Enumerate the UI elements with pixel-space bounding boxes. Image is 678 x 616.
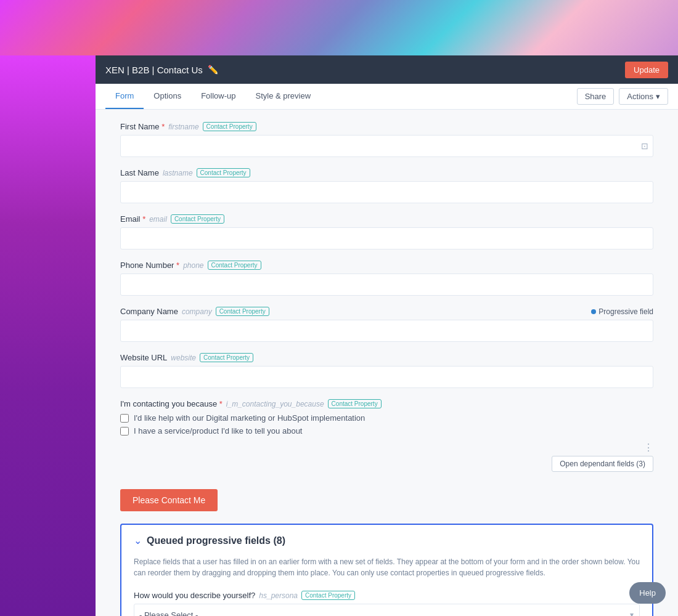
field-label-left-last-name: Last Name lastname Contact Property <box>120 168 250 177</box>
required-star-phone: * <box>176 261 179 270</box>
badge-company: Contact Property <box>216 307 269 316</box>
input-company[interactable] <box>120 320 653 342</box>
checkbox-item-1[interactable]: I'd like help with our Digital marketing… <box>120 413 653 423</box>
field-label-left-company: Company Name company Contact Property <box>120 307 269 316</box>
chevron-down-icon: ▾ <box>656 92 660 101</box>
help-button[interactable]: Help <box>629 582 666 604</box>
badge-phone: Contact Property <box>208 261 261 270</box>
dependant-fields-area: ⋮ <box>120 442 653 456</box>
badge-first-name: Contact Property <box>203 122 256 131</box>
hint-firstname: firstname <box>168 123 198 131</box>
checkbox-digital-marketing[interactable] <box>120 414 129 423</box>
page-title: XEN | B2B | Contact Us <box>105 65 203 75</box>
label-first-name: First Name * <box>120 122 165 131</box>
progressive-badge-company: Progressive field <box>591 307 653 316</box>
badge-contacting: Contact Property <box>328 399 382 408</box>
update-button[interactable]: Update <box>625 62 668 78</box>
label-email: Email * <box>120 214 145 224</box>
progressive-dot-icon <box>591 309 596 314</box>
field-label-row-email: Email * email Contact Property <box>120 214 653 224</box>
field-group-first-name: First Name * firstname Contact Property … <box>120 122 653 157</box>
submit-button[interactable]: Please Contact Me <box>120 489 218 511</box>
share-button[interactable]: Share <box>577 88 615 105</box>
input-first-name[interactable] <box>120 135 653 157</box>
checkbox-item-2[interactable]: I have a service/product I'd like to tel… <box>120 426 653 436</box>
queued-field-label-persona: How would you describe yourself? hs_pers… <box>134 591 640 600</box>
nav-tabs-right: Share Actions ▾ <box>577 88 668 105</box>
required-star: * <box>161 122 165 131</box>
field-group-phone: Phone Number * phone Contact Property <box>120 261 653 296</box>
queued-header[interactable]: ⌄ Queued progressive fields (8) <box>121 525 652 556</box>
field-label-row-last-name: Last Name lastname Contact Property <box>120 168 653 177</box>
input-last-name[interactable] <box>120 181 653 203</box>
label-website: Website URL <box>120 353 167 362</box>
actions-button[interactable]: Actions ▾ <box>619 88 668 105</box>
input-phone[interactable] <box>120 274 653 296</box>
nav-tabs: Form Options Follow-up Style & preview S… <box>96 84 678 110</box>
checkbox-label-1: I'd like help with our Digital marketing… <box>134 413 365 423</box>
chevron-right-icon: ⌄ <box>134 535 142 546</box>
form-content: First Name * firstname Contact Property … <box>96 110 678 616</box>
field-label-row-first-name: First Name * firstname Contact Property <box>120 122 653 131</box>
field-label-left-website: Website URL website Contact Property <box>120 353 253 362</box>
label-last-name: Last Name <box>120 168 159 177</box>
badge-last-name: Contact Property <box>197 168 250 177</box>
hint-contacting: i_m_contacting_you_because <box>226 400 324 408</box>
field-group-company: Company Name company Contact Property Pr… <box>120 307 653 342</box>
progressive-label-company: Progressive field <box>598 307 653 316</box>
label-persona: How would you describe yourself? <box>134 591 255 600</box>
queued-progressive-section: ⌄ Queued progressive fields (8) Replace … <box>120 524 653 616</box>
badge-persona: Contact Property <box>301 591 355 600</box>
label-phone: Phone Number * <box>120 261 179 270</box>
top-bar: XEN | B2B | Contact Us ✏️ Update <box>96 55 678 84</box>
input-email[interactable] <box>120 227 653 249</box>
hint-phone: phone <box>183 261 203 270</box>
queued-field-persona: How would you describe yourself? hs_pers… <box>121 586 652 616</box>
required-star-contacting: * <box>219 399 223 408</box>
tab-style-preview[interactable]: Style & preview <box>246 84 321 109</box>
field-label-row-website: Website URL website Contact Property <box>120 353 653 362</box>
tab-follow-up[interactable]: Follow-up <box>191 84 245 109</box>
checkbox-service-product[interactable] <box>120 427 129 436</box>
queued-title: Queued progressive fields (8) <box>147 535 285 546</box>
checkbox-label-2: I have a service/product I'd like to tel… <box>134 426 302 436</box>
hint-persona: hs_persona <box>259 591 298 600</box>
label-contacting: I'm contacting you because * <box>120 399 223 408</box>
top-bar-title-group: XEN | B2B | Contact Us ✏️ <box>105 65 218 75</box>
required-star-email: * <box>142 214 145 224</box>
field-label-left-contacting: I'm contacting you because * i_m_contact… <box>120 399 382 408</box>
open-dependant-fields-button[interactable]: Open dependant fields (3) <box>552 456 653 472</box>
field-label-row-contacting: I'm contacting you because * i_m_contact… <box>120 399 653 408</box>
left-background <box>0 55 96 616</box>
field-label-left-first-name: First Name * firstname Contact Property <box>120 122 256 131</box>
hint-email: email <box>149 215 167 224</box>
badge-website: Contact Property <box>200 353 253 362</box>
edit-icon[interactable]: ✏️ <box>208 65 218 75</box>
field-group-website: Website URL website Contact Property <box>120 353 653 388</box>
checkbox-group-contacting: I'd like help with our Digital marketing… <box>120 413 653 436</box>
main-wrapper: XEN | B2B | Contact Us ✏️ Update Form Op… <box>96 55 678 616</box>
select-persona[interactable]: - Please Select - <box>134 604 640 616</box>
field-label-row-phone: Phone Number * phone Contact Property <box>120 261 653 270</box>
tab-options[interactable]: Options <box>144 84 191 109</box>
field-label-left-phone: Phone Number * phone Contact Property <box>120 261 261 270</box>
tab-form[interactable]: Form <box>105 84 144 109</box>
expand-icon: ⊡ <box>641 141 648 151</box>
field-group-contacting: I'm contacting you because * i_m_contact… <box>120 399 653 472</box>
input-wrapper-first-name: ⊡ <box>120 135 653 157</box>
select-wrapper-persona: - Please Select - ▾ <box>134 604 640 616</box>
hint-company: company <box>182 307 212 316</box>
hint-website: website <box>171 354 196 362</box>
abstract-background <box>0 0 678 55</box>
field-label-left-email: Email * email Contact Property <box>120 214 224 224</box>
hint-lastname: lastname <box>163 169 193 177</box>
input-website[interactable] <box>120 366 653 388</box>
field-label-row-company: Company Name company Contact Property Pr… <box>120 307 653 316</box>
badge-email: Contact Property <box>171 214 224 224</box>
queued-description: Replace fields that a user has filled in… <box>121 556 652 586</box>
actions-label: Actions <box>627 92 653 101</box>
label-company: Company Name <box>120 307 178 316</box>
three-dots-icon: ⋮ <box>643 442 653 453</box>
field-group-last-name: Last Name lastname Contact Property <box>120 168 653 203</box>
field-group-email: Email * email Contact Property <box>120 214 653 249</box>
